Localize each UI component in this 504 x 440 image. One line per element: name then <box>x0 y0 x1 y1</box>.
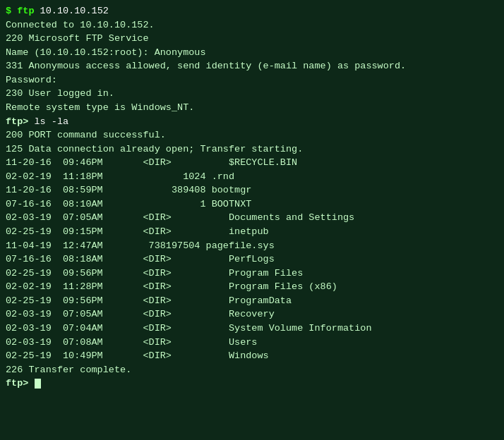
output-text: Password: <box>6 75 57 85</box>
terminal-line: Password: <box>6 73 498 87</box>
terminal-line: Name (10.10.10.152:root): Anonymous <box>6 46 498 60</box>
command-text: ls -la <box>35 116 69 127</box>
ftp-prompt: ftp> <box>6 116 35 127</box>
terminal-line: 02-03-19 07:08AM <DIR> Users <box>6 336 498 350</box>
command-args: 10.10.10.152 <box>35 6 109 16</box>
terminal-line: 02-03-19 07:04AM <DIR> System Volume Inf… <box>6 322 498 336</box>
output-text: 200 PORT command successful. <box>6 130 166 140</box>
terminal-line: 11-20-16 09:46PM <DIR> $RECYCLE.BIN <box>6 156 498 170</box>
terminal-line: Remote system type is Windows_NT. <box>6 101 498 115</box>
output-text: Name (10.10.10.152:root): Anonymous <box>6 47 206 58</box>
terminal-line: 02-03-19 07:05AM <DIR> Documents and Set… <box>6 211 498 225</box>
terminal-window: $ ftp 10.10.10.152Connected to 10.10.10.… <box>0 0 504 440</box>
terminal-line: 02-25-19 09:15PM <DIR> inetpub <box>6 225 498 239</box>
output-text: 02-03-19 07:08AM <DIR> Users <box>6 337 257 348</box>
terminal-line: 02-02-19 11:18PM 1024 .rnd <box>6 170 498 184</box>
output-text: 02-03-19 07:05AM <DIR> Documents and Set… <box>6 212 354 223</box>
output-text: 02-03-19 07:05AM <DIR> Recovery <box>6 309 275 319</box>
terminal-line: 07-16-16 08:10AM 1 BOOTNXT <box>6 197 498 212</box>
terminal-line: 02-02-19 11:28PM <DIR> Program Files (x8… <box>6 280 498 294</box>
output-text: 230 User logged in. <box>6 88 114 99</box>
output-text: 11-20-16 09:46PM <DIR> $RECYCLE.BIN <box>6 157 297 168</box>
output-text: 11-20-16 08:59PM 389408 bootmgr <box>6 185 251 195</box>
terminal-line: 331 Anonymous access allowed, send ident… <box>6 59 498 73</box>
terminal-line: 02-03-19 07:05AM <DIR> Recovery <box>6 307 498 322</box>
output-text: 02-25-19 09:56PM <DIR> Program Files <box>6 268 303 279</box>
output-text: 226 Transfer complete. <box>6 365 131 375</box>
output-text: 02-25-19 09:56PM <DIR> ProgramData <box>6 295 292 306</box>
output-text: Connected to 10.10.10.152. <box>6 20 155 30</box>
ftp-prompt-cursor: ftp> <box>6 378 35 389</box>
terminal-line: 02-25-19 09:56PM <DIR> Program Files <box>6 267 498 281</box>
output-text: 02-02-19 11:18PM 1024 .rnd <box>6 171 234 182</box>
output-text: Remote system type is Windows_NT. <box>6 102 194 113</box>
terminal-line: 02-25-19 10:49PM <DIR> Windows <box>6 349 498 363</box>
terminal-line: $ ftp 10.10.10.152 <box>6 4 498 18</box>
cursor-block <box>35 379 41 389</box>
output-text: 07-16-16 08:10AM 1 BOOTNXT <box>6 199 251 209</box>
output-text: 02-03-19 07:04AM <DIR> System Volume Inf… <box>6 323 371 334</box>
terminal-line: 200 PORT command successful. <box>6 128 498 142</box>
output-text: 07-16-16 08:18AM <DIR> PerfLogs <box>6 254 275 264</box>
terminal-line: 220 Microsoft FTP Service <box>6 32 498 46</box>
terminal-line: 02-25-19 09:56PM <DIR> ProgramData <box>6 294 498 308</box>
terminal-line: 07-16-16 08:18AM <DIR> PerfLogs <box>6 252 498 267</box>
terminal-line: ftp> <box>6 377 498 391</box>
output-text: 331 Anonymous access allowed, send ident… <box>6 61 406 71</box>
output-text: 02-25-19 10:49PM <DIR> Windows <box>6 350 269 361</box>
ftp-label: ftp <box>17 6 34 16</box>
terminal-line: Connected to 10.10.10.152. <box>6 18 498 32</box>
output-text: 125 Data connection already open; Transf… <box>6 144 303 154</box>
output-text: 220 Microsoft FTP Service <box>6 33 149 44</box>
prompt-symbol: $ <box>6 6 17 16</box>
output-text: 11-04-19 12:47AM 738197504 pagefile.sys <box>6 240 275 251</box>
terminal-line: 125 Data connection already open; Transf… <box>6 142 498 157</box>
terminal-line: 226 Transfer complete. <box>6 363 498 377</box>
terminal-line: 230 User logged in. <box>6 87 498 101</box>
output-text: 02-02-19 11:28PM <DIR> Program Files (x8… <box>6 281 337 292</box>
terminal-line: ftp> ls -la <box>6 115 498 129</box>
terminal-line: 11-20-16 08:59PM 389408 bootmgr <box>6 183 498 197</box>
terminal-line: 11-04-19 12:47AM 738197504 pagefile.sys <box>6 239 498 253</box>
output-text: 02-25-19 09:15PM <DIR> inetpub <box>6 226 269 237</box>
